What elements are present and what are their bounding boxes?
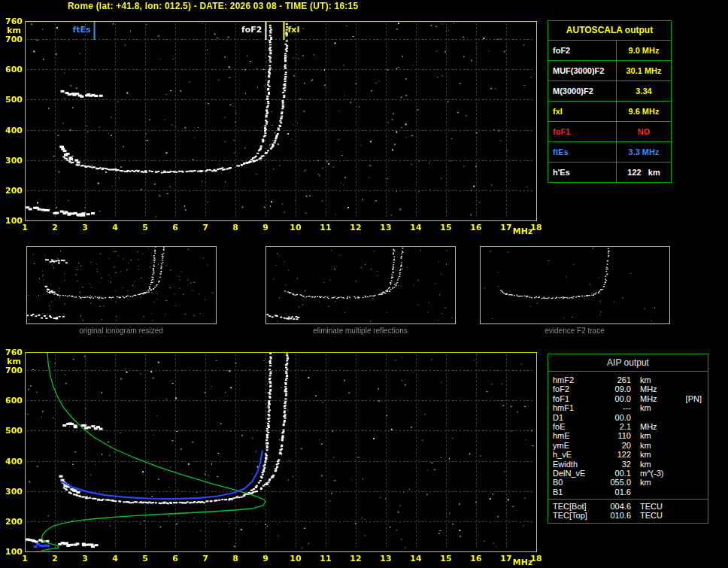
thumbnail-caption-eliminate-multiples: eliminate multiple reflections — [265, 327, 455, 335]
aip-unit: km — [631, 460, 682, 469]
aip-unit: m^(-3) — [631, 469, 682, 478]
aip-row-DelN_vE: DelN_vE00.1m^(-3) — [548, 469, 708, 478]
aip-value: --- — [601, 403, 631, 412]
aip-value: 32 — [601, 460, 631, 469]
parameter-value: 9.6 MHz — [617, 102, 671, 121]
aip-unit: MHz — [631, 422, 682, 431]
aip-row-B1: B101.6 — [548, 488, 708, 497]
autoscala-row-MUF(3000)F2: MUF(3000)F230.1 MHz — [548, 61, 671, 81]
aip-row-foF2: foF209.0MHz — [548, 384, 708, 393]
parameter-label: MUF(3000)F2 — [548, 61, 617, 80]
aip-label: ymE — [548, 441, 601, 450]
aip-output-table: AIP outputhmF2261kmfoF209.0MHzfoF100.0MH… — [548, 354, 708, 524]
aip-extra — [682, 375, 708, 384]
aip-label: foF1 — [548, 394, 601, 403]
aip-unit: MHz — [631, 384, 682, 393]
aip-unit: MHz — [631, 394, 682, 403]
aip-extra — [682, 413, 708, 422]
aip-row-hmE: hmE110km — [548, 431, 708, 440]
parameter-value: 3.3 MHz — [617, 142, 671, 162]
aip-extra — [682, 441, 708, 450]
aip-label: foF2 — [548, 384, 601, 393]
parameter-value: 9.0 MHz — [617, 41, 671, 60]
aip-unit: km — [631, 431, 682, 440]
aip-extra — [682, 502, 708, 511]
aip-extra — [682, 403, 708, 412]
aip-extra — [682, 450, 708, 459]
parameter-label: foF1 — [548, 122, 617, 141]
aip-row-foE: foE2.1MHz — [548, 422, 708, 431]
aip-row-B0: B0055.0km — [548, 478, 708, 487]
aip-extra — [682, 460, 708, 469]
aip-row-h_vE: h_vE122km — [548, 450, 708, 459]
autoscala-output-table: AUTOSCALA outputfoF29.0 MHzMUF(3000)F230… — [548, 20, 672, 183]
aip-unit — [631, 488, 682, 497]
autoscala-row-fxI: fxI9.6 MHz — [548, 102, 671, 122]
aip-value: 00.1 — [601, 469, 631, 478]
parameter-value: 30.1 MHz — [617, 61, 671, 80]
aip-row-ymE: ymE20km — [548, 441, 708, 450]
aip-extra — [682, 469, 708, 478]
aip-value: 122 — [601, 450, 631, 459]
autoscala-row-foF1: foF1NO — [548, 122, 671, 142]
parameter-value: 3.34 — [617, 81, 671, 101]
aip-value: 09.0 — [601, 384, 631, 393]
aip-label: DelN_vE — [548, 469, 601, 478]
aip-label: h_vE — [548, 450, 601, 459]
parameter-value: 122 km — [617, 163, 671, 182]
aip-unit: km — [631, 441, 682, 450]
parameter-label: M(3000)F2 — [548, 81, 617, 101]
aip-value: 010.6 — [601, 511, 631, 520]
aip-row-D1: D100.0 — [548, 413, 708, 422]
aip-table-title: AIP output — [548, 354, 708, 372]
parameter-value: NO — [617, 122, 671, 141]
aip-unit: TECU — [631, 502, 682, 511]
aip-label: TEC[Bot] — [548, 502, 601, 511]
aip-extra — [682, 478, 708, 487]
station-date-time-header: Rome (lat: +41.8, lon: 012.5) - DATE: 20… — [68, 1, 358, 11]
aip-value: 004.6 — [601, 502, 631, 511]
aip-label: hmE — [548, 431, 601, 440]
aip-row-foF1: foF100.0MHz[PN] — [548, 394, 708, 403]
aip-row-TEC[Top]: TEC[Top]010.6TECU — [548, 511, 708, 520]
autoscala-screen: Rome (lat: +41.8, lon: 012.5) - DATE: 20… — [0, 0, 728, 568]
aip-unit: km — [631, 403, 682, 412]
aip-label: Ewidth — [548, 460, 601, 469]
aip-row-hmF2: hmF2261km — [548, 375, 708, 384]
aip-extra: [PN] — [682, 394, 708, 403]
aip-extra — [682, 488, 708, 497]
aip-value: 01.6 — [601, 488, 631, 497]
aip-unit: TECU — [631, 511, 682, 520]
aip-extra — [682, 431, 708, 440]
parameter-label: fxI — [548, 102, 617, 121]
thumbnail-caption-original: original ionogram resized — [26, 327, 216, 335]
parameter-label: ftEs — [548, 142, 617, 162]
aip-value: 2.1 — [601, 422, 631, 431]
aip-row-Ewidth: Ewidth32km — [548, 460, 708, 469]
aip-value: 055.0 — [601, 478, 631, 487]
aip-label: D1 — [548, 413, 601, 422]
aip-unit: km — [631, 450, 682, 459]
aip-extra — [682, 384, 708, 393]
aip-value: 110 — [601, 431, 631, 440]
aip-value: 00.0 — [601, 394, 631, 403]
parameter-label: h'Es — [548, 163, 617, 182]
aip-value: 261 — [601, 375, 631, 384]
autoscala-row-M(3000)F2: M(3000)F23.34 — [548, 81, 671, 102]
aip-label: B0 — [548, 478, 601, 487]
aip-row-hmF1: hmF1---km — [548, 403, 708, 412]
aip-unit: km — [631, 375, 682, 384]
autoscala-row-foF2: foF29.0 MHz — [548, 41, 671, 61]
aip-row-TEC[Bot]: TEC[Bot]004.6TECU — [548, 502, 708, 511]
autoscala-row-h'Es: h'Es122 km — [548, 163, 671, 182]
aip-value: 20 — [601, 441, 631, 450]
autoscala-table-title: AUTOSCALA output — [548, 21, 671, 41]
aip-extra — [682, 511, 708, 520]
aip-label: hmF1 — [548, 403, 601, 412]
aip-label: foE — [548, 422, 601, 431]
aip-label: hmF2 — [548, 375, 601, 384]
parameter-label: foF2 — [548, 41, 617, 60]
aip-unit: km — [631, 478, 682, 487]
aip-label: TEC[Top] — [548, 511, 601, 520]
aip-extra — [682, 422, 708, 431]
